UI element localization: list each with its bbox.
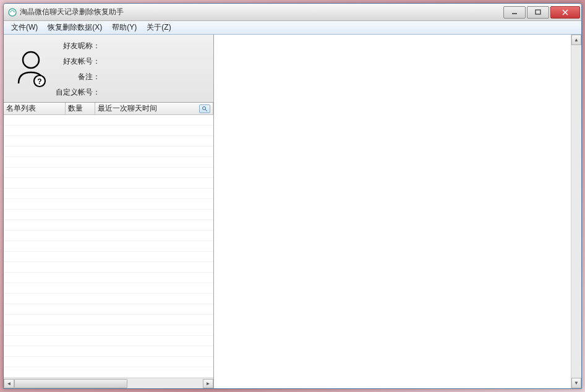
- table-row: [4, 325, 213, 336]
- search-icon[interactable]: [199, 104, 210, 113]
- info-fields: 好友昵称： 好友帐号： 备注： 自定义帐号：: [56, 40, 211, 97]
- vertical-scrollbar[interactable]: ▲ ▼: [571, 35, 581, 388]
- table-row: [4, 241, 213, 252]
- minimize-button[interactable]: [503, 6, 526, 19]
- table-row: [4, 294, 213, 304]
- table-row: [4, 231, 213, 241]
- table-row: [4, 199, 213, 210]
- scroll-up-button[interactable]: ▲: [571, 35, 581, 45]
- scroll-track[interactable]: [14, 379, 203, 388]
- table-row: [4, 367, 213, 378]
- avatar: ?: [6, 40, 56, 97]
- scroll-left-button[interactable]: ◄: [4, 379, 14, 388]
- right-panel: ▲ ▼: [214, 35, 581, 388]
- table-row: [4, 136, 213, 147]
- info-nickname: 好友昵称：: [56, 41, 211, 51]
- table-row: [4, 220, 213, 231]
- maximize-button[interactable]: [527, 6, 549, 19]
- table-row: [4, 336, 213, 346]
- close-button[interactable]: [550, 6, 580, 19]
- table-row: [4, 115, 213, 126]
- svg-point-8: [203, 106, 206, 109]
- custom-account-label: 自定义帐号：: [56, 87, 100, 98]
- table-row: [4, 273, 213, 283]
- table-header: 名单列表 数量 最近一次聊天时间: [4, 103, 213, 115]
- menubar: 文件(W) 恢复删除数据(X) 帮助(Y) 关于(Z): [4, 21, 581, 35]
- table-row: [4, 357, 213, 367]
- table-row: [4, 178, 213, 189]
- nickname-label: 好友昵称：: [56, 41, 100, 51]
- table-row: [4, 252, 213, 262]
- column-count[interactable]: 数量: [66, 103, 95, 114]
- scroll-down-button[interactable]: ▼: [571, 378, 581, 388]
- account-label: 好友帐号：: [56, 56, 100, 67]
- remark-label: 备注：: [56, 72, 100, 82]
- svg-point-0: [9, 9, 16, 16]
- menu-recover[interactable]: 恢复删除数据(X): [43, 21, 107, 34]
- table-row: [4, 346, 213, 357]
- menu-file[interactable]: 文件(W): [6, 21, 43, 34]
- scroll-right-button[interactable]: ►: [203, 379, 213, 388]
- table-row: [4, 304, 213, 315]
- info-remark: 备注：: [56, 72, 211, 82]
- left-panel: ? 好友昵称： 好友帐号： 备注：: [4, 35, 214, 388]
- info-custom-account: 自定义帐号：: [56, 87, 211, 98]
- table-row: [4, 262, 213, 273]
- table-row: [4, 283, 213, 294]
- table-body[interactable]: [4, 115, 213, 378]
- table-row: [4, 210, 213, 220]
- window-title: 淘晶微信聊天记录删除恢复助手: [20, 7, 502, 17]
- chat-content-area: [214, 35, 571, 388]
- svg-text:?: ?: [37, 77, 41, 86]
- svg-line-9: [205, 109, 207, 111]
- table-row: [4, 168, 213, 178]
- menu-help[interactable]: 帮助(Y): [107, 21, 142, 34]
- column-last-chat[interactable]: 最近一次聊天时间: [95, 103, 213, 114]
- scroll-thumb[interactable]: [14, 379, 127, 388]
- table-row: [4, 315, 213, 325]
- svg-rect-2: [536, 10, 540, 14]
- table-row: [4, 147, 213, 157]
- info-panel: ? 好友昵称： 好友帐号： 备注：: [4, 35, 213, 103]
- menu-about[interactable]: 关于(Z): [142, 21, 176, 34]
- titlebar: 淘晶微信聊天记录删除恢复助手: [4, 4, 581, 21]
- scroll-track[interactable]: [571, 45, 581, 378]
- table-row: [4, 157, 213, 168]
- window-controls: [502, 6, 580, 19]
- svg-point-5: [23, 52, 39, 68]
- column-name-list[interactable]: 名单列表: [4, 103, 66, 114]
- table-row: [4, 126, 213, 136]
- app-icon: [7, 7, 17, 17]
- app-window: 淘晶微信聊天记录删除恢复助手 文件(W) 恢复删除数据(X) 帮助(Y) 关于(…: [3, 3, 582, 389]
- table-row: [4, 189, 213, 199]
- info-account: 好友帐号：: [56, 56, 211, 67]
- horizontal-scrollbar[interactable]: ◄ ►: [4, 378, 213, 388]
- content-area: ? 好友昵称： 好友帐号： 备注：: [4, 35, 581, 388]
